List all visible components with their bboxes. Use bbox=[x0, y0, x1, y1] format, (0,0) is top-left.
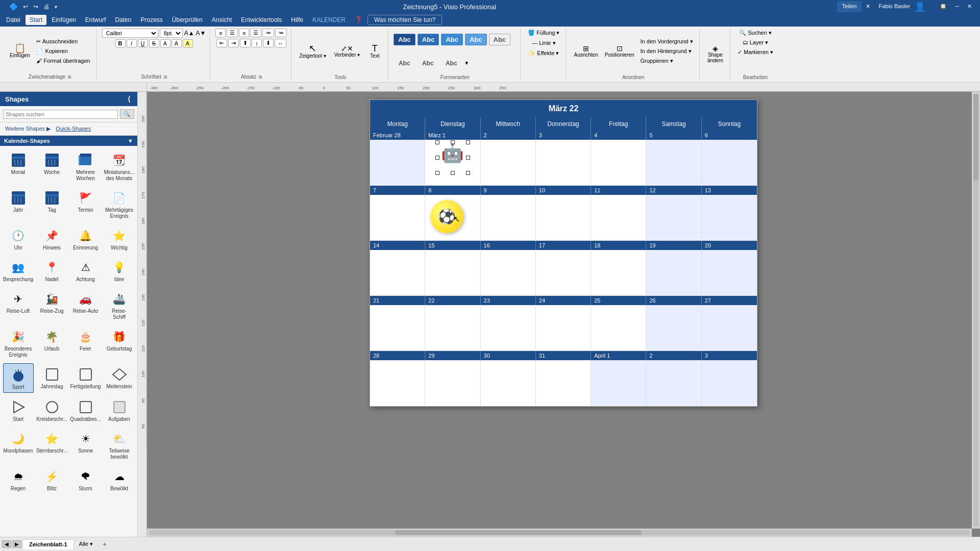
valign-bot-btn[interactable]: ⬇ bbox=[263, 39, 274, 47]
cell-mar25[interactable] bbox=[591, 305, 646, 351]
shape-item-sonne[interactable]: ☀Sonne bbox=[70, 428, 101, 462]
shape-item-aufgaben[interactable]: Aufgaben bbox=[104, 396, 135, 424]
menu-ueberpruefen[interactable]: Überprüfen bbox=[168, 15, 207, 25]
shape-item-feier[interactable]: 🎂Feier bbox=[70, 325, 101, 360]
shape-item-fertigstellung[interactable]: Fertigstellung bbox=[70, 363, 101, 393]
cell-mar20[interactable] bbox=[702, 250, 757, 296]
shape-style-8-btn[interactable]: Abc bbox=[440, 58, 462, 68]
text-dir-btn[interactable]: ↔ bbox=[275, 39, 286, 47]
shape-item-uhr[interactable]: 🕐Uhr bbox=[3, 224, 34, 253]
cell-mar22[interactable] bbox=[425, 305, 480, 351]
prev-page-btn[interactable]: ◀ bbox=[2, 540, 11, 548]
menu-kalender[interactable]: KALENDER bbox=[308, 15, 350, 25]
cell-mar28[interactable] bbox=[370, 360, 425, 406]
cell-mar16[interactable] bbox=[481, 250, 536, 296]
cell-mar11[interactable] bbox=[591, 195, 646, 241]
shape-item-achtung[interactable]: ⚠Achtung bbox=[70, 256, 101, 285]
shapes-search-button[interactable]: 🔍 bbox=[120, 109, 134, 119]
font-shrink-btn[interactable]: A▼ bbox=[196, 30, 206, 37]
cell-mar4[interactable] bbox=[591, 140, 646, 186]
strikethrough-button[interactable]: S bbox=[149, 39, 159, 47]
shape-style-5-btn[interactable]: Abc bbox=[489, 34, 511, 45]
shape-item-wichtig[interactable]: ⭐Wichtig bbox=[104, 224, 135, 253]
cell-mar13[interactable] bbox=[702, 195, 757, 241]
shape-item-monat[interactable]: Monat bbox=[3, 149, 34, 184]
weiteres-shapes-link[interactable]: Weitere Shapes ▶ bbox=[5, 126, 51, 132]
format-paint-button[interactable]: 🖌 Format übertragen bbox=[34, 57, 92, 65]
cell-apr1[interactable] bbox=[591, 360, 646, 406]
cell-mar1[interactable]: 🤖 bbox=[425, 140, 480, 186]
line-btn[interactable]: — Linie ▾ bbox=[530, 39, 557, 47]
cell-mar10[interactable] bbox=[536, 195, 591, 241]
all-pages-btn[interactable]: Alle ▾ bbox=[75, 539, 97, 549]
shape-item-nadel[interactable]: 📍Nadel bbox=[37, 256, 67, 285]
v-scrollbar[interactable] bbox=[972, 92, 980, 529]
search-btn[interactable]: 🔍 Suchen ▾ bbox=[737, 29, 773, 37]
shape-style-7-btn[interactable]: Abc bbox=[417, 58, 438, 68]
menu-prozess[interactable]: Prozess bbox=[136, 15, 166, 25]
dog-shape-event[interactable]: 🤖 bbox=[437, 142, 468, 173]
shape-style-2-btn[interactable]: Abc bbox=[418, 34, 439, 45]
add-sheet-btn[interactable]: ＋ bbox=[98, 539, 111, 550]
shape-style-6-btn[interactable]: Abc bbox=[394, 58, 415, 68]
align-arrange-btn[interactable]: ⊞ Ausrichten bbox=[571, 43, 600, 59]
shape-item-reise-zug[interactable]: 🚂Reise-Zug bbox=[37, 288, 67, 322]
send-back-btn[interactable]: In den Hintergrund ▾ bbox=[639, 47, 695, 56]
bring-front-btn[interactable]: In den Vordergrund ▾ bbox=[639, 37, 695, 46]
menu-search[interactable]: Was möchten Sie tun? bbox=[368, 15, 442, 25]
cell-mar14[interactable] bbox=[370, 250, 425, 296]
shape-item-quadratbes...[interactable]: Quadratbes... bbox=[70, 396, 101, 424]
cell-feb28[interactable] bbox=[370, 140, 425, 186]
fill-btn[interactable]: 🪣 Füllung ▾ bbox=[526, 29, 561, 37]
shape-item-geburtstag[interactable]: 🎁Geburtstag bbox=[104, 325, 135, 360]
shape-item-reise-schiff[interactable]: 🚢Reise-Schiff bbox=[104, 288, 135, 322]
indent-less-btn[interactable]: ⇤ bbox=[216, 39, 227, 47]
cell-mar31[interactable] bbox=[536, 360, 591, 406]
shape-item-kreisbeschr...[interactable]: Kreisbeschr... bbox=[37, 396, 67, 424]
shape-type-more-btn[interactable]: ▼ bbox=[464, 60, 469, 66]
underline-button[interactable]: U bbox=[138, 39, 148, 47]
shape-item-woche[interactable]: Woche bbox=[37, 149, 67, 184]
valign-top-btn[interactable]: ⬆ bbox=[240, 39, 251, 47]
shape-item-bewölkt[interactable]: ☁Bewölkt bbox=[104, 465, 135, 494]
cell-mar23[interactable] bbox=[481, 305, 536, 351]
shape-item-jahr[interactable]: Jahr bbox=[3, 187, 34, 221]
font-name-select[interactable]: Calibri bbox=[102, 29, 158, 38]
mark-btn[interactable]: ✓ Markieren ▾ bbox=[736, 48, 775, 57]
numbering-btn[interactable]: ≔ bbox=[275, 29, 287, 37]
italic-button[interactable]: I bbox=[127, 39, 137, 47]
menu-entwurf[interactable]: Entwurf bbox=[81, 15, 110, 25]
window-restore-btn[interactable]: 🔲 bbox=[936, 1, 951, 12]
cell-mar19[interactable] bbox=[646, 250, 701, 296]
window-minimize-btn[interactable]: ─ bbox=[951, 1, 963, 12]
menu-start[interactable]: Start bbox=[26, 15, 46, 25]
shapes-search-input[interactable] bbox=[3, 110, 118, 119]
shape-style-3-btn[interactable]: Abc bbox=[441, 34, 463, 45]
cell-mar30[interactable] bbox=[481, 360, 536, 406]
shape-item-reise-auto[interactable]: 🚗Reise-Auto bbox=[70, 288, 101, 322]
cell-apr3[interactable] bbox=[702, 360, 757, 406]
menu-entwicklertools[interactable]: Entwicklertools bbox=[237, 15, 286, 25]
shape-item-besprechung[interactable]: 👥Besprechung bbox=[3, 256, 34, 285]
indent-more-btn[interactable]: ⇥ bbox=[228, 39, 239, 47]
align-right-btn[interactable]: ≡ bbox=[239, 29, 249, 37]
cell-apr2[interactable] bbox=[646, 360, 701, 406]
cell-mar7[interactable] bbox=[370, 195, 425, 241]
cell-mar24[interactable] bbox=[536, 305, 591, 351]
cell-mar18[interactable] bbox=[591, 250, 646, 296]
shape-style-4-btn[interactable]: Abc bbox=[465, 34, 487, 45]
shape-item-sternbeschr...[interactable]: ⭐Sternbeschr... bbox=[37, 428, 67, 462]
shape-item-regen[interactable]: 🌧Regen bbox=[3, 465, 34, 494]
bullet-btn[interactable]: ≔ bbox=[262, 29, 274, 37]
paste-button[interactable]: 📋 Einfügen bbox=[7, 42, 32, 60]
quick-shapes-link[interactable]: Quick-Shapes bbox=[56, 126, 91, 132]
shape-item-miniaturans...-des-monats[interactable]: 📆Miniaturans... des Monats bbox=[104, 149, 135, 184]
sheet-tab-1[interactable]: Zeichenblatt-1 bbox=[22, 539, 74, 549]
shape-item-teilweise-bewölkt[interactable]: ⛅Teilweise bewölkt bbox=[104, 428, 135, 462]
position-btn[interactable]: ⊡ Positionieren bbox=[602, 43, 637, 59]
shape-item-urlaub[interactable]: 🌴Urlaub bbox=[37, 325, 67, 360]
group-btn[interactable]: Gruppieren ▾ bbox=[639, 57, 695, 65]
text-tool-btn[interactable]: T Text bbox=[365, 42, 384, 60]
cell-mar12[interactable] bbox=[646, 195, 701, 241]
cell-mar3[interactable] bbox=[536, 140, 591, 186]
